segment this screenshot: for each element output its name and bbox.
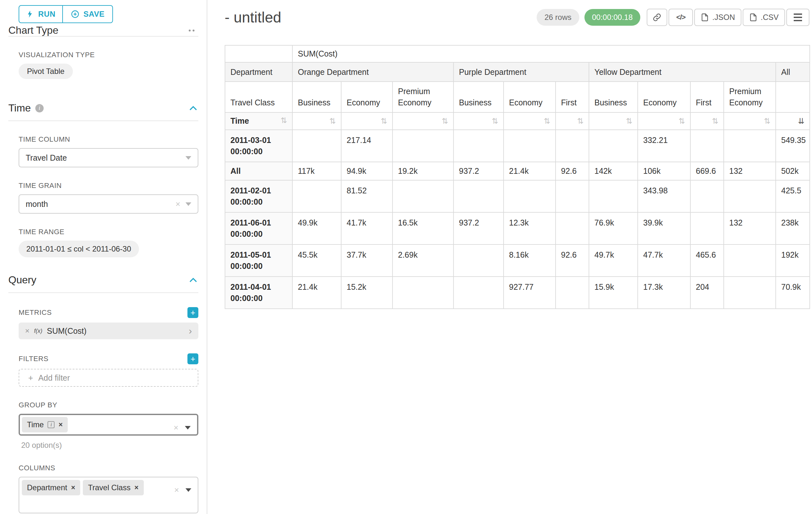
pill-remove-icon[interactable]: × <box>71 484 75 491</box>
menu-button[interactable] <box>786 9 809 26</box>
sort-icon[interactable]: ⇅ <box>626 117 632 126</box>
caret-down-icon <box>185 488 191 492</box>
value-cell: 937.2 <box>454 212 503 244</box>
chevron-up-icon[interactable] <box>190 277 197 283</box>
sub-header-cell: First <box>556 82 589 112</box>
sort-icon[interactable]: ⇅ <box>712 117 718 126</box>
value-cell: 8.16k <box>503 244 556 277</box>
remove-metric-icon[interactable]: × <box>25 326 30 335</box>
visualization-type-label: VISUALIZATION TYPE <box>19 51 198 59</box>
sort-icon[interactable]: ⇅ <box>329 117 336 126</box>
export-json-label: .JSON <box>712 13 735 22</box>
sort-cell: ⇅ <box>503 112 556 130</box>
run-button[interactable]: RUN <box>19 5 63 23</box>
chevron-up-icon[interactable] <box>190 106 197 111</box>
pill-remove-icon[interactable]: × <box>58 421 63 428</box>
sub-header-cell <box>776 82 810 112</box>
time-column-value: Travel Date <box>26 153 67 163</box>
sort-icon[interactable]: ⇅ <box>381 117 387 126</box>
time-grain-label: TIME GRAIN <box>19 182 198 190</box>
time-header-cell: Time⇅ <box>225 112 292 130</box>
sort-icon[interactable]: ⇅ <box>577 117 583 126</box>
clear-icon[interactable]: × <box>176 200 180 208</box>
sort-icon[interactable]: ⇅ <box>281 115 287 126</box>
value-cell <box>393 277 454 309</box>
value-cell <box>556 180 589 212</box>
embed-code-button[interactable]: </> <box>669 9 693 26</box>
value-cell: 21.4k <box>503 162 556 180</box>
time-range-pill[interactable]: 2011-01-01 ≤ col < 2011-06-30 <box>19 241 139 257</box>
sub-header-cell: Economy <box>638 82 690 112</box>
add-metric-button[interactable]: + <box>187 307 198 318</box>
sub-header-cell: Economy <box>503 82 556 112</box>
group-by-options-hint: 20 option(s) <box>21 441 198 450</box>
time-section-header[interactable]: Time i <box>8 102 198 121</box>
columns-pill-travel-class[interactable]: Travel Class × <box>83 480 143 495</box>
sort-cell: ⇅ <box>341 112 393 130</box>
export-csv-button[interactable]: .CSV <box>743 9 785 26</box>
file-icon <box>701 13 709 22</box>
metric-pill[interactable]: × f(x) SUM(Cost) › <box>19 323 198 339</box>
sort-desc-active-icon[interactable]: ⇊ <box>798 117 804 126</box>
value-cell <box>393 130 454 162</box>
add-filter-plus-button[interactable]: + <box>187 353 198 364</box>
fx-icon: f(x) <box>34 328 42 334</box>
pill-label: Department <box>27 483 67 492</box>
value-cell: 937.2 <box>454 162 503 180</box>
value-cell: 12.3k <box>503 212 556 244</box>
value-cell: 465.6 <box>690 244 724 277</box>
sort-icon[interactable]: ⇅ <box>764 117 770 126</box>
group-by-select[interactable]: Time i × × <box>19 414 198 436</box>
code-icon: </> <box>676 13 686 22</box>
value-cell: 70.9k <box>776 277 810 309</box>
sub-header-cell: Economy <box>341 82 393 112</box>
run-save-button-group: RUN SAVE <box>19 5 198 23</box>
col-group-header: All <box>776 62 810 82</box>
sub-header-cell: Business <box>292 82 341 112</box>
pill-remove-icon[interactable]: × <box>135 484 139 491</box>
save-button[interactable]: SAVE <box>63 5 113 23</box>
add-filter-button[interactable]: + Add filter <box>19 369 198 387</box>
chevron-down-icon <box>185 156 191 160</box>
value-cell: 343.98 <box>638 180 690 212</box>
columns-pill-department[interactable]: Department × <box>22 480 80 495</box>
clear-select-icon[interactable]: × <box>174 486 179 494</box>
sort-icon[interactable]: ⇅ <box>442 117 448 126</box>
value-cell <box>292 180 341 212</box>
col-group-header: Yellow Department <box>589 62 776 82</box>
value-cell: 132 <box>724 212 776 244</box>
value-cell: 192k <box>776 244 810 277</box>
info-icon: i <box>35 104 44 112</box>
export-json-button[interactable]: .JSON <box>694 9 742 26</box>
chevron-down-icon <box>185 202 191 206</box>
value-cell <box>454 130 503 162</box>
value-cell <box>292 130 341 162</box>
caret-right-icon: › <box>189 326 192 336</box>
divider <box>8 36 198 37</box>
group-by-pill-time[interactable]: Time i × <box>22 417 68 432</box>
value-cell: 425.5 <box>776 180 810 212</box>
sort-icon[interactable]: ⇅ <box>544 117 550 126</box>
sort-cell: ⇅ <box>638 112 690 130</box>
columns-label: COLUMNS <box>19 464 198 472</box>
add-filter-label: Add filter <box>38 373 70 383</box>
export-csv-label: .CSV <box>761 13 779 22</box>
share-link-button[interactable] <box>647 9 667 26</box>
sort-icon[interactable]: ⇅ <box>492 117 498 126</box>
time-column-select[interactable]: Travel Date <box>19 148 198 167</box>
value-cell <box>503 130 556 162</box>
row-header-cell: 2011-05-01 00:00:00 <box>225 244 292 277</box>
sort-icon[interactable]: ⇅ <box>678 117 685 126</box>
value-cell: 49.7k <box>589 244 638 277</box>
row-header-cell: 2011-06-01 00:00:00 <box>225 212 292 244</box>
value-cell: 15.2k <box>341 277 393 309</box>
sort-cell: ⇊ <box>776 112 810 130</box>
columns-select[interactable]: Department × Travel Class × × <box>19 477 198 513</box>
time-grain-select[interactable]: month × <box>19 194 198 214</box>
value-cell: 217.14 <box>341 130 393 162</box>
chart-type-section-header[interactable]: Chart Type <box>8 24 198 36</box>
viz-type-pill[interactable]: Pivot Table <box>19 63 73 79</box>
clear-select-icon[interactable]: × <box>174 424 178 432</box>
time-column-label: TIME COLUMN <box>19 135 198 143</box>
query-section-header[interactable]: Query <box>8 274 198 293</box>
